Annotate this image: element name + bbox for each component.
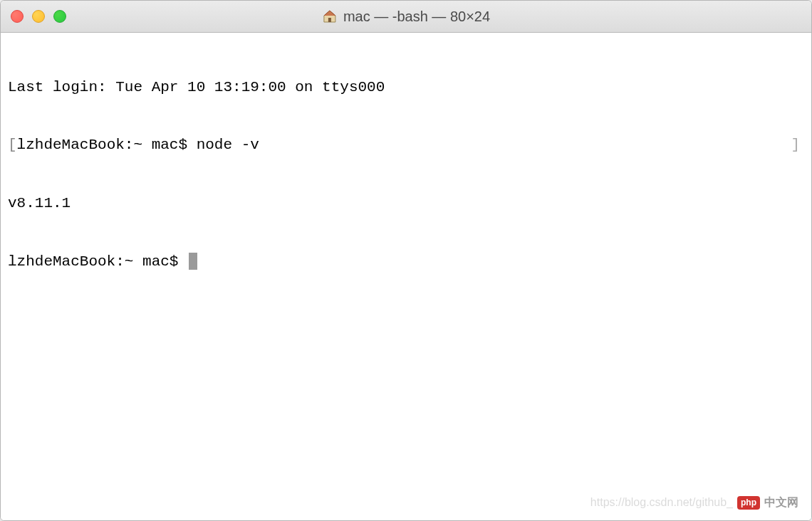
terminal-line-2: v8.11.1: [8, 194, 804, 213]
home-icon: [322, 9, 338, 24]
terminal-line-1: [lzhdeMacBook:~ mac$ node -v]: [8, 135, 804, 154]
terminal-line-0: Last login: Tue Apr 10 13:19:00 on ttys0…: [8, 78, 804, 97]
terminal-body[interactable]: Last login: Tue Apr 10 13:19:00 on ttys0…: [1, 33, 811, 520]
titlebar[interactable]: mac — -bash — 80×24: [1, 1, 811, 33]
close-button[interactable]: [11, 10, 24, 23]
watermark-cn: 中文网: [764, 495, 798, 510]
maximize-button[interactable]: [53, 10, 66, 23]
watermark-url: https://blog.csdn.net/github_: [590, 495, 733, 510]
terminal-line-3: lzhdeMacBook:~ mac$: [8, 252, 804, 271]
traffic-lights: [11, 10, 66, 23]
svg-rect-0: [328, 18, 331, 22]
window-title: mac — -bash — 80×24: [343, 9, 490, 25]
watermark: https://blog.csdn.net/github_ php 中文网: [590, 495, 798, 510]
window-title-area: mac — -bash — 80×24: [322, 9, 490, 25]
terminal-window: mac — -bash — 80×24 Last login: Tue Apr …: [0, 0, 812, 521]
minimize-button[interactable]: [32, 10, 45, 23]
cursor-icon: [189, 253, 197, 270]
watermark-badge: php: [737, 496, 760, 510]
